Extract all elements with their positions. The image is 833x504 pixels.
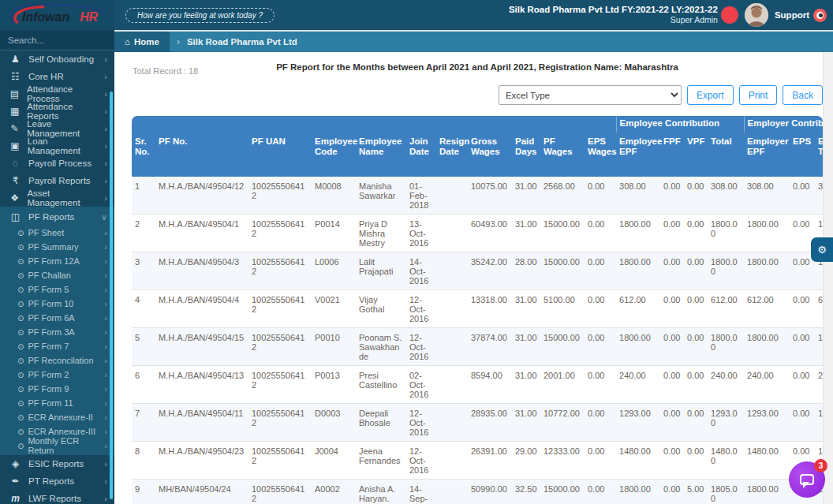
sidebar-item-pt-reports[interactable]: ✒PT Reports› [0, 472, 114, 490]
bullseye-icon: ⊙ [17, 413, 24, 422]
breadcrumb-separator-icon: › [177, 32, 180, 52]
chevron-right-icon: › [104, 459, 107, 469]
table-cell: Poonam S. Sawakhande [356, 328, 406, 366]
sidebar-search-row [0, 30, 114, 50]
sidebar-item-loan-management[interactable]: ▣Loan Management› [0, 137, 114, 155]
table-cell: Anisha A. Haryan. [356, 480, 406, 504]
chevron-right-icon: › [104, 271, 107, 280]
sidebar-item-label: Payroll Reports [28, 176, 91, 185]
settings-gear-button[interactable]: ⚙ [811, 237, 833, 262]
table-cell: 0.00 [790, 177, 815, 215]
sidebar-subitem-pf-form-9[interactable]: ⊙PF Form 9› [0, 382, 114, 396]
table-cell: 1800.00 [616, 252, 660, 290]
sidebar-subitem-pf-form-3a[interactable]: ⊙PF Form 3A› [0, 325, 114, 339]
column-header-pf-no: PF No. [155, 133, 248, 177]
column-header-eps: EPS [790, 133, 815, 177]
sidebar-item-label: Leave Management [27, 119, 97, 138]
table-cell: 31.00 [512, 404, 540, 442]
table-cell: 1293.00 [616, 404, 660, 442]
table-cell: Manisha Sawarkar [356, 177, 406, 215]
back-button[interactable]: Back [783, 85, 823, 105]
table-cell: 1800.00 [744, 480, 790, 504]
column-header-total: Total [708, 133, 744, 177]
sidebar-item-lwf-reports[interactable]: mLWF Reports› [0, 490, 114, 504]
bullseye-icon: ⊙ [17, 286, 24, 294]
sidebar-subitem-pf-form-5[interactable]: ⊙PF Form 5› [0, 282, 114, 297]
sidebar-item-leave-management[interactable]: ✎Leave Management› [0, 120, 114, 137]
column-header-employee-epf: Employee EPF [616, 133, 660, 177]
bullseye-icon: ⊙ [17, 243, 24, 252]
table-cell: 0.00 [660, 442, 684, 480]
table-cell: 0.00 [585, 404, 616, 442]
bullseye-icon: ⊙ [17, 257, 24, 266]
app-logo[interactable]: Infowan HR [0, 0, 114, 30]
sidebar-subitem-label: ECR Annexure-II [28, 413, 93, 422]
chevron-right-icon: › [104, 72, 107, 81]
table-cell: 0.00 [684, 290, 708, 328]
breadcrumb-home[interactable]: ⌂ Home [114, 32, 170, 52]
sidebar-item-pf-reports[interactable]: ◫PF Reports∨ [0, 208, 114, 226]
sidebar-item-payroll-reports[interactable]: ₹Payroll Reports› [0, 172, 114, 189]
bullseye-icon: ⊙ [17, 271, 24, 280]
sidebar-scrollbar[interactable] [110, 91, 113, 499]
sidebar-subitem-pf-sheet[interactable]: ⊙PF Sheet› [0, 226, 114, 240]
sidebar-item-attendance-process[interactable]: ▤Attendance Process› [0, 85, 114, 103]
table-cell: 308.00 [815, 177, 823, 215]
table-cell [436, 366, 468, 404]
sidebar-subitem-pf-summary[interactable]: ⊙PF Summary› [0, 240, 114, 254]
bullseye-icon: ⊙ [17, 385, 24, 394]
table-cell: 0.00 [790, 290, 815, 328]
table-cell: 100255506412 [248, 177, 312, 215]
payroll-reports-icon: ₹ [9, 175, 21, 186]
attendance-reports-icon: ▦ [9, 106, 20, 117]
search-input[interactable] [8, 35, 114, 45]
table-cell: 31.00 [512, 177, 540, 215]
table-cell: 1800.00 [815, 328, 823, 366]
user-role-label: Super Admin [509, 15, 718, 25]
table-cell: 1800.00 [616, 480, 660, 504]
pf-report-table-container[interactable]: Employee ContributionEmployer Contributi… [132, 116, 823, 504]
table-cell: 50990.00 [468, 480, 512, 504]
column-header-epf-total: EPF Total [815, 133, 823, 177]
sidebar-item-asset-management[interactable]: ❖Asset Management› [0, 189, 114, 207]
sidebar-subitem-label: PF Reconcilation [28, 356, 93, 365]
table-cell: D0003 [312, 404, 356, 442]
print-button[interactable]: Print [739, 85, 778, 105]
sidebar-item-esic-reports[interactable]: ◈ESIC Reports› [0, 455, 114, 472]
table-cell: 1 [132, 177, 155, 215]
sidebar-subitem-pf-form-10[interactable]: ⊙PF Form 10› [0, 297, 114, 311]
sidebar-item-label: PF Reports [28, 212, 74, 222]
sidebar-subitem-pf-form-11[interactable]: ⊙PF Form 11› [0, 396, 114, 410]
table-cell: 13-Oct-2016 [406, 215, 436, 252]
table-cell: V0021 [312, 290, 356, 328]
sidebar-subitem-pf-form-7[interactable]: ⊙PF Form 7› [0, 339, 114, 353]
user-avatar[interactable] [745, 3, 768, 27]
sidebar-item-attendance-reports[interactable]: ▦Attendance Reports› [0, 103, 114, 120]
sidebar-subitem-monthly-ecr-return[interactable]: ⊙Monthly ECR Return› [0, 439, 114, 453]
sidebar-subitem-pf-challan[interactable]: ⊙PF Challan› [0, 268, 114, 282]
sidebar-subitem-pf-form-6a[interactable]: ⊙PF Form 6A› [0, 311, 114, 325]
sidebar-item-core-hr[interactable]: ☷Core HR› [0, 68, 114, 85]
sidebar-subitem-pf-form-12a[interactable]: ⊙PF Form 12A› [0, 254, 114, 268]
sidebar-subitem-pf-reconcilation[interactable]: ⊙PF Reconcilation› [0, 353, 114, 368]
table-cell: 1800.00 [708, 215, 744, 252]
sidebar-item-payroll-process[interactable]: ◌Payroll Process› [0, 155, 114, 172]
table-row: 2M.H.A./BAN/49504/1100255506412P0014Priy… [132, 215, 823, 252]
pt-reports-icon: ✒ [9, 476, 21, 487]
export-button[interactable]: Export [687, 85, 734, 105]
sidebar-item-label: PT Reports [28, 476, 74, 486]
table-cell: 0.00 [684, 366, 708, 404]
sidebar-subitem-pf-form-2[interactable]: ⊙PF Form 2› [0, 368, 114, 382]
sidebar-item-self-onboarding[interactable]: ♟Self Onboarding› [0, 50, 114, 68]
support-button[interactable]: Support [775, 9, 827, 22]
chat-widget-button[interactable]: 3 [789, 461, 825, 498]
sidebar-item-label: Loan Management [28, 136, 97, 155]
chevron-right-icon: › [104, 327, 107, 337]
table-cell: 240.00 [616, 366, 660, 404]
table-row: 5M.H.A./BAN/49504/15100255506412P0010Poo… [132, 328, 823, 366]
feeling-survey-button[interactable]: How are you feeling at work today ? [125, 8, 275, 23]
excel-type-select[interactable]: Excel Type [499, 85, 682, 105]
sidebar-subitem-ecr-annexure-ii[interactable]: ⊙ECR Annexure-II› [0, 410, 114, 424]
asset-management-icon: ❖ [9, 192, 20, 203]
page-scrollbar-track[interactable] [823, 52, 833, 504]
